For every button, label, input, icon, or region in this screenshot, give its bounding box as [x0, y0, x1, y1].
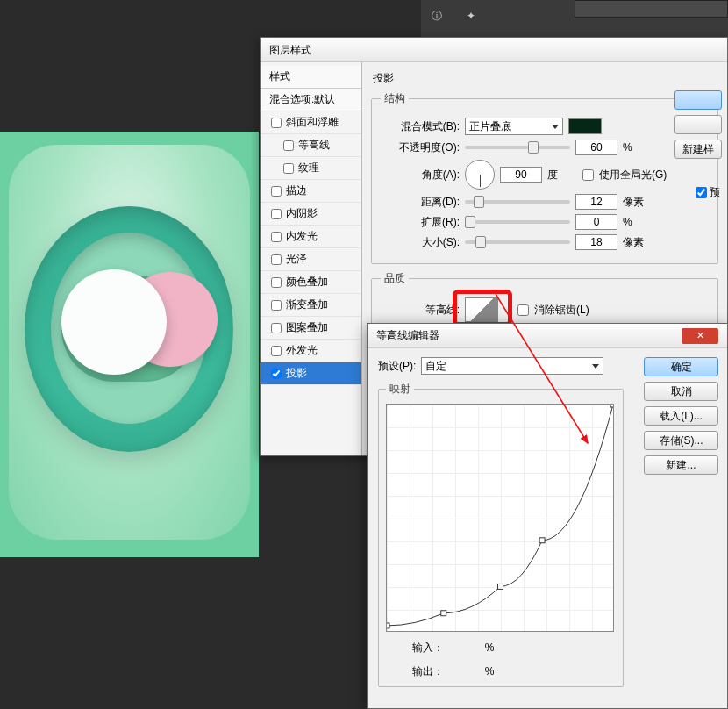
- style-list-item[interactable]: 外发光: [261, 340, 361, 362]
- shadow-color-swatch[interactable]: [568, 118, 602, 134]
- style-item-checkbox[interactable]: [271, 118, 282, 128]
- ok-button[interactable]: 确定: [644, 357, 718, 376]
- preset-label: 预设(P):: [378, 359, 416, 374]
- distance-label: 距离(D):: [381, 195, 460, 210]
- save-button[interactable]: 存储(S)...: [644, 431, 718, 450]
- load-button[interactable]: 载入(L)...: [644, 406, 718, 426]
- size-slider[interactable]: [465, 240, 570, 244]
- curve-path: [387, 405, 613, 631]
- style-item-checkbox[interactable]: [271, 369, 282, 379]
- blendmode-label: 混合模式(B):: [381, 119, 460, 134]
- dialog-titlebar[interactable]: 等高线编辑器 ✕: [368, 324, 727, 348]
- dialog-title: 图层样式: [269, 44, 311, 56]
- style-list-header[interactable]: 样式: [261, 66, 361, 89]
- opacity-input[interactable]: [575, 140, 617, 155]
- style-item-checkbox[interactable]: [271, 186, 282, 197]
- blend-options-header[interactable]: 混合选项:默认: [261, 89, 361, 111]
- distance-input[interactable]: [575, 194, 617, 210]
- style-item-label: 外发光: [286, 343, 318, 358]
- dialog-titlebar[interactable]: 图层样式: [261, 38, 727, 62]
- angle-input[interactable]: [500, 167, 542, 183]
- dialog-button-column: 确定 取消 载入(L)... 存储(S)... 新建...: [644, 357, 718, 480]
- style-item-label: 投影: [286, 366, 307, 381]
- style-item-label: 等高线: [298, 138, 330, 153]
- wand-icon[interactable]: ✦: [459, 4, 483, 28]
- svg-rect-3: [539, 538, 545, 543]
- distance-unit: 像素: [623, 195, 653, 210]
- style-item-checkbox[interactable]: [271, 346, 282, 356]
- structure-group: 结构 混合模式(B): 正片叠底 不透明度(O): % 角度(A):: [371, 91, 718, 264]
- global-light-label: 使用全局光(G): [599, 168, 667, 183]
- preset-combo[interactable]: 自定: [421, 357, 603, 375]
- preview-label: 预: [710, 185, 720, 200]
- info-icon[interactable]: ⓘ: [425, 4, 449, 28]
- structure-legend: 结构: [381, 91, 409, 106]
- chevron-down-icon: [592, 364, 599, 369]
- style-item-checkbox[interactable]: [283, 140, 294, 151]
- cancel-button[interactable]: 取消: [644, 382, 718, 401]
- distance-slider[interactable]: [465, 200, 570, 204]
- contour-label: 等高线:: [381, 303, 460, 318]
- style-item-label: 渐变叠加: [286, 297, 328, 312]
- global-light-checkbox[interactable]: [582, 169, 594, 181]
- style-item-checkbox[interactable]: [271, 232, 282, 242]
- style-list-item[interactable]: 光泽: [261, 248, 361, 271]
- style-item-label: 纹理: [298, 161, 319, 175]
- opacity-slider[interactable]: [465, 146, 570, 149]
- dialog-button-column: 新建样: [674, 90, 722, 164]
- style-list-item[interactable]: 投影: [261, 362, 361, 385]
- quality-legend: 品质: [381, 271, 409, 286]
- preview-checkbox[interactable]: [696, 187, 707, 198]
- style-list-item[interactable]: 描边: [261, 180, 361, 203]
- style-list-item[interactable]: 内发光: [261, 226, 361, 248]
- style-item-checkbox[interactable]: [283, 163, 294, 174]
- style-list-item[interactable]: 渐变叠加: [261, 294, 361, 317]
- close-button[interactable]: ✕: [682, 328, 718, 344]
- style-item-checkbox[interactable]: [271, 277, 282, 288]
- style-list-item[interactable]: 纹理: [261, 157, 361, 180]
- spread-input[interactable]: [575, 214, 617, 230]
- preset-value: 自定: [425, 359, 446, 374]
- svg-rect-1: [441, 611, 446, 616]
- contour-curve-grid[interactable]: [386, 404, 614, 632]
- antialias-label: 消除锯齿(L): [534, 303, 589, 318]
- ok-button[interactable]: [674, 90, 722, 110]
- antialias-checkbox[interactable]: [517, 304, 529, 316]
- size-input[interactable]: [575, 234, 617, 250]
- blendmode-value: 正片叠底: [469, 119, 511, 134]
- spread-slider[interactable]: [465, 220, 570, 224]
- style-item-label: 内发光: [286, 229, 318, 244]
- input-unit: %: [485, 641, 495, 654]
- style-list-item[interactable]: 内阴影: [261, 203, 361, 226]
- input-label: 输入：: [412, 641, 444, 654]
- dialog-title: 等高线编辑器: [376, 328, 439, 343]
- style-item-checkbox[interactable]: [271, 323, 282, 333]
- cancel-button[interactable]: [674, 115, 722, 134]
- white-circle: [61, 269, 167, 375]
- new-button[interactable]: 新建...: [644, 455, 718, 475]
- style-item-label: 描边: [286, 183, 307, 198]
- style-item-checkbox[interactable]: [271, 300, 282, 311]
- angle-dial[interactable]: [465, 160, 495, 190]
- document-canvas: [0, 132, 259, 557]
- artwork: [9, 145, 250, 544]
- style-item-checkbox[interactable]: [271, 254, 282, 265]
- style-item-label: 光泽: [286, 252, 307, 267]
- svg-rect-0: [387, 623, 389, 628]
- new-style-button[interactable]: 新建样: [674, 140, 722, 159]
- blendmode-combo[interactable]: 正片叠底: [465, 118, 563, 135]
- app-toolbar: ⓘ ✦: [421, 0, 728, 39]
- style-item-checkbox[interactable]: [271, 209, 282, 219]
- size-label: 大小(S):: [381, 235, 460, 250]
- chevron-down-icon: [552, 125, 559, 129]
- svg-rect-2: [498, 584, 503, 589]
- contour-editor-dialog: 等高线编辑器 ✕ 预设(P): 自定 映射 输入： % 输: [367, 323, 728, 709]
- style-list-item[interactable]: 颜色叠加: [261, 271, 361, 294]
- style-list-item[interactable]: 斜面和浮雕: [261, 111, 361, 134]
- size-unit: 像素: [623, 235, 653, 250]
- style-list-item[interactable]: 图案叠加: [261, 317, 361, 340]
- opacity-unit: %: [623, 141, 653, 154]
- style-item-label: 斜面和浮雕: [286, 115, 339, 130]
- style-item-label: 颜色叠加: [286, 275, 328, 290]
- style-list-item[interactable]: 等高线: [261, 134, 361, 157]
